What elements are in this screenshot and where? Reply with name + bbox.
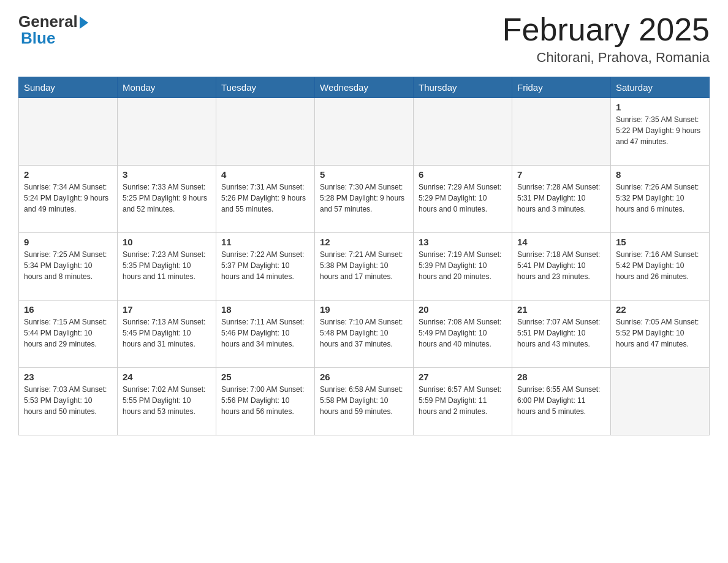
calendar-month-year: February 2025 <box>502 12 710 47</box>
day-number: 16 <box>24 304 112 315</box>
calendar-cell: 15Sunrise: 7:16 AM Sunset: 5:42 PM Dayli… <box>611 233 710 301</box>
calendar-cell: 20Sunrise: 7:08 AM Sunset: 5:49 PM Dayli… <box>414 301 512 368</box>
day-info: Sunrise: 7:18 AM Sunset: 5:41 PM Dayligh… <box>517 249 605 282</box>
day-number: 19 <box>320 304 408 315</box>
day-number: 26 <box>320 372 408 382</box>
day-info: Sunrise: 7:31 AM Sunset: 5:26 PM Dayligh… <box>221 182 309 215</box>
calendar-cell: 8Sunrise: 7:26 AM Sunset: 5:32 PM Daylig… <box>611 166 710 233</box>
calendar-cell <box>414 98 512 166</box>
calendar-header-wednesday: Wednesday <box>315 77 414 98</box>
day-number: 21 <box>517 304 605 315</box>
day-number: 12 <box>320 237 408 247</box>
day-info: Sunrise: 6:55 AM Sunset: 6:00 PM Dayligh… <box>517 384 605 417</box>
day-number: 5 <box>320 169 408 180</box>
calendar-cell: 2Sunrise: 7:34 AM Sunset: 5:24 PM Daylig… <box>19 166 118 233</box>
day-number: 20 <box>419 304 507 315</box>
calendar-cell <box>118 98 216 166</box>
calendar-cell: 16Sunrise: 7:15 AM Sunset: 5:44 PM Dayli… <box>19 301 118 368</box>
calendar-cell: 6Sunrise: 7:29 AM Sunset: 5:29 PM Daylig… <box>414 166 512 233</box>
calendar-cell: 11Sunrise: 7:22 AM Sunset: 5:37 PM Dayli… <box>216 233 315 301</box>
day-number: 24 <box>123 372 211 382</box>
day-info: Sunrise: 7:35 AM Sunset: 5:22 PM Dayligh… <box>616 114 704 147</box>
day-number: 10 <box>123 237 211 247</box>
day-info: Sunrise: 7:11 AM Sunset: 5:46 PM Dayligh… <box>221 316 309 350</box>
day-info: Sunrise: 7:08 AM Sunset: 5:49 PM Dayligh… <box>419 316 507 350</box>
day-info: Sunrise: 7:22 AM Sunset: 5:37 PM Dayligh… <box>221 249 309 282</box>
day-info: Sunrise: 7:29 AM Sunset: 5:29 PM Dayligh… <box>419 182 507 215</box>
calendar-table: SundayMondayTuesdayWednesdayThursdayFrid… <box>18 77 710 435</box>
calendar-week-row: 16Sunrise: 7:15 AM Sunset: 5:44 PM Dayli… <box>19 301 710 368</box>
logo-blue-text: Blue <box>21 29 88 48</box>
day-number: 25 <box>221 372 309 382</box>
day-info: Sunrise: 7:26 AM Sunset: 5:32 PM Dayligh… <box>616 182 704 215</box>
day-number: 8 <box>616 169 704 180</box>
calendar-cell: 28Sunrise: 6:55 AM Sunset: 6:00 PM Dayli… <box>512 368 611 435</box>
day-info: Sunrise: 7:30 AM Sunset: 5:28 PM Dayligh… <box>320 182 408 215</box>
calendar-cell: 23Sunrise: 7:03 AM Sunset: 5:53 PM Dayli… <box>19 368 118 435</box>
day-info: Sunrise: 6:58 AM Sunset: 5:58 PM Dayligh… <box>320 384 408 417</box>
day-number: 3 <box>123 169 211 180</box>
calendar-cell: 12Sunrise: 7:21 AM Sunset: 5:38 PM Dayli… <box>315 233 414 301</box>
calendar-cell: 27Sunrise: 6:57 AM Sunset: 5:59 PM Dayli… <box>414 368 512 435</box>
day-number: 17 <box>123 304 211 315</box>
day-number: 23 <box>24 372 112 382</box>
calendar-cell: 5Sunrise: 7:30 AM Sunset: 5:28 PM Daylig… <box>315 166 414 233</box>
calendar-location: Chitorani, Prahova, Romania <box>502 50 710 66</box>
day-number: 6 <box>419 169 507 180</box>
calendar-cell <box>216 98 315 166</box>
day-info: Sunrise: 7:34 AM Sunset: 5:24 PM Dayligh… <box>24 182 112 215</box>
day-number: 4 <box>221 169 309 180</box>
calendar-cell: 1Sunrise: 7:35 AM Sunset: 5:22 PM Daylig… <box>611 98 710 166</box>
day-info: Sunrise: 7:13 AM Sunset: 5:45 PM Dayligh… <box>123 316 211 350</box>
calendar-week-row: 2Sunrise: 7:34 AM Sunset: 5:24 PM Daylig… <box>19 166 710 233</box>
calendar-header-row: SundayMondayTuesdayWednesdayThursdayFrid… <box>19 77 710 98</box>
calendar-header-saturday: Saturday <box>611 77 710 98</box>
day-info: Sunrise: 7:19 AM Sunset: 5:39 PM Dayligh… <box>419 249 507 282</box>
logo: General Blue <box>18 12 88 48</box>
day-number: 1 <box>616 102 704 112</box>
day-info: Sunrise: 7:23 AM Sunset: 5:35 PM Dayligh… <box>123 249 211 282</box>
day-info: Sunrise: 7:25 AM Sunset: 5:34 PM Dayligh… <box>24 249 112 282</box>
day-info: Sunrise: 7:00 AM Sunset: 5:56 PM Dayligh… <box>221 384 309 417</box>
day-info: Sunrise: 6:57 AM Sunset: 5:59 PM Dayligh… <box>419 384 507 417</box>
calendar-header-friday: Friday <box>512 77 611 98</box>
calendar-cell: 14Sunrise: 7:18 AM Sunset: 5:41 PM Dayli… <box>512 233 611 301</box>
calendar-cell: 26Sunrise: 6:58 AM Sunset: 5:58 PM Dayli… <box>315 368 414 435</box>
day-number: 2 <box>24 169 112 180</box>
calendar-cell: 10Sunrise: 7:23 AM Sunset: 5:35 PM Dayli… <box>118 233 216 301</box>
day-number: 14 <box>517 237 605 247</box>
day-number: 28 <box>517 372 605 382</box>
day-number: 7 <box>517 169 605 180</box>
day-number: 13 <box>419 237 507 247</box>
calendar-body: 1Sunrise: 7:35 AM Sunset: 5:22 PM Daylig… <box>19 98 710 435</box>
day-info: Sunrise: 7:21 AM Sunset: 5:38 PM Dayligh… <box>320 249 408 282</box>
day-info: Sunrise: 7:15 AM Sunset: 5:44 PM Dayligh… <box>24 316 112 350</box>
day-info: Sunrise: 7:10 AM Sunset: 5:48 PM Dayligh… <box>320 316 408 350</box>
calendar-cell <box>512 98 611 166</box>
calendar-week-row: 1Sunrise: 7:35 AM Sunset: 5:22 PM Daylig… <box>19 98 710 166</box>
calendar-header-tuesday: Tuesday <box>216 77 315 98</box>
calendar-cell: 18Sunrise: 7:11 AM Sunset: 5:46 PM Dayli… <box>216 301 315 368</box>
calendar-header-monday: Monday <box>118 77 216 98</box>
day-number: 27 <box>419 372 507 382</box>
page-header: General Blue February 2025 Chitorani, Pr… <box>18 12 710 66</box>
logo-arrow-icon <box>80 17 88 29</box>
calendar-cell: 17Sunrise: 7:13 AM Sunset: 5:45 PM Dayli… <box>118 301 216 368</box>
calendar-cell: 3Sunrise: 7:33 AM Sunset: 5:25 PM Daylig… <box>118 166 216 233</box>
day-number: 11 <box>221 237 309 247</box>
day-info: Sunrise: 7:05 AM Sunset: 5:52 PM Dayligh… <box>616 316 704 350</box>
calendar-header-sunday: Sunday <box>19 77 118 98</box>
day-info: Sunrise: 7:28 AM Sunset: 5:31 PM Dayligh… <box>517 182 605 215</box>
calendar-week-row: 9Sunrise: 7:25 AM Sunset: 5:34 PM Daylig… <box>19 233 710 301</box>
calendar-cell: 25Sunrise: 7:00 AM Sunset: 5:56 PM Dayli… <box>216 368 315 435</box>
calendar-cell: 22Sunrise: 7:05 AM Sunset: 5:52 PM Dayli… <box>611 301 710 368</box>
calendar-cell <box>611 368 710 435</box>
day-number: 15 <box>616 237 704 247</box>
calendar-cell: 19Sunrise: 7:10 AM Sunset: 5:48 PM Dayli… <box>315 301 414 368</box>
calendar-cell: 21Sunrise: 7:07 AM Sunset: 5:51 PM Dayli… <box>512 301 611 368</box>
calendar-cell: 24Sunrise: 7:02 AM Sunset: 5:55 PM Dayli… <box>118 368 216 435</box>
calendar-cell <box>19 98 118 166</box>
day-info: Sunrise: 7:02 AM Sunset: 5:55 PM Dayligh… <box>123 384 211 417</box>
day-info: Sunrise: 7:07 AM Sunset: 5:51 PM Dayligh… <box>517 316 605 350</box>
calendar-header-thursday: Thursday <box>414 77 512 98</box>
